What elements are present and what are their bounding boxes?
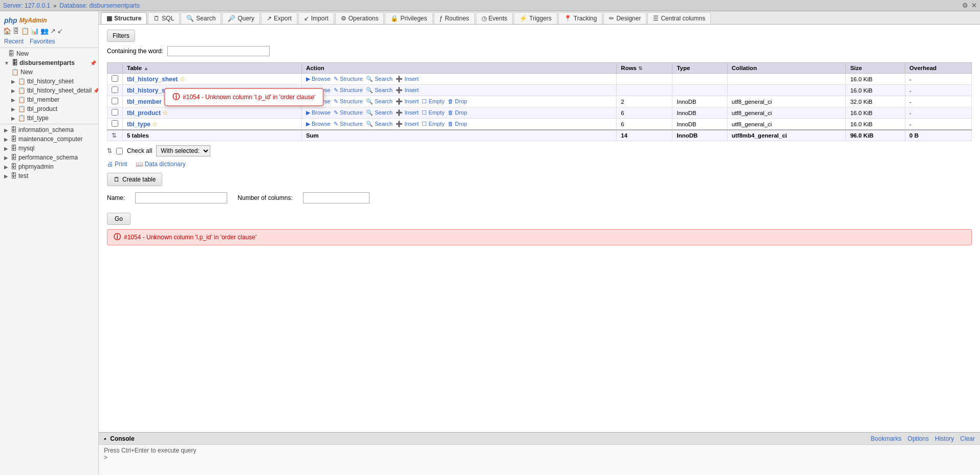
server-breadcrumb[interactable]: Server: 127.0.0.1 » Database: disburseme…: [3, 2, 140, 9]
status-icon[interactable]: 📊: [31, 27, 39, 35]
tab-query[interactable]: 🔎 Query: [222, 12, 260, 24]
collapse-icon[interactable]: ▼: [4, 60, 9, 66]
col-rows[interactable]: Rows ⇅: [617, 63, 672, 74]
sidebar-db-disbursementparts[interactable]: ▼ 🗄 disbursementparts 📌: [0, 58, 98, 67]
drop-link[interactable]: 🗑 Drop: [448, 98, 467, 104]
import-icon[interactable]: ↙: [57, 27, 63, 35]
print-link[interactable]: 🖨 Print: [107, 161, 127, 168]
bookmarks-link[interactable]: Bookmarks: [871, 435, 902, 442]
expand-icon[interactable]: ▶: [11, 106, 15, 112]
server-link[interactable]: Server: 127.0.0.1: [3, 2, 50, 9]
search-link[interactable]: 🔍 Search: [366, 98, 393, 105]
users-icon[interactable]: 👥: [40, 27, 49, 35]
database-link[interactable]: Database: disbursementparts: [59, 2, 140, 9]
sidebar-item-phpmyadmin[interactable]: ▶ 🗄 phpmyadmin: [0, 162, 98, 171]
expand-icon[interactable]: ▶: [4, 146, 8, 151]
tab-export[interactable]: ↗ Export: [261, 12, 297, 24]
empty-link[interactable]: ☐ Empty: [422, 98, 444, 105]
tab-tracking[interactable]: 📍 Tracking: [558, 12, 603, 24]
sidebar-item-tbl-history-sheet[interactable]: ▶ 📋 tbl_history_sheet: [0, 77, 98, 86]
search-link[interactable]: 🔍 Search: [366, 109, 393, 116]
expand-icon[interactable]: ▶: [4, 137, 8, 142]
updown-button2[interactable]: ⇅: [107, 147, 112, 154]
sql-icon[interactable]: 📋: [21, 27, 29, 35]
table-name-input[interactable]: [135, 192, 227, 203]
num-columns-input[interactable]: 4: [303, 192, 369, 203]
sidebar-item-new[interactable]: 📋 New: [0, 67, 98, 77]
tab-events[interactable]: ◷ Events: [476, 12, 513, 24]
check-all-checkbox[interactable]: [116, 148, 123, 154]
tab-privileges[interactable]: 🔒 Privileges: [385, 12, 432, 24]
data-dictionary-link[interactable]: 📖 Data dictionary: [136, 161, 186, 168]
row-checkbox[interactable]: [112, 75, 118, 82]
row-checkbox[interactable]: [112, 120, 118, 127]
tab-sql[interactable]: 🗒 SQL: [148, 12, 180, 24]
tab-operations[interactable]: ⚙ Operations: [335, 12, 384, 24]
expand-icon[interactable]: ▶: [4, 155, 8, 161]
sidebar-item-tbl-member[interactable]: ▶ 📋 tbl_member: [0, 95, 98, 104]
drop-link[interactable]: 🗑 Drop: [448, 121, 467, 127]
expand-icon[interactable]: ▶: [11, 79, 15, 84]
table-name-link[interactable]: tbl_history_sheet: [127, 76, 178, 83]
sidebar-item-performance-schema[interactable]: ▶ 🗄 performance_schema: [0, 153, 98, 162]
empty-link[interactable]: ☐ Empty: [422, 109, 444, 116]
search-link[interactable]: 🔍 Search: [366, 87, 393, 94]
options-link[interactable]: Options: [908, 435, 929, 442]
browse-link[interactable]: ▶ Browse: [306, 121, 331, 127]
row-checkbox[interactable]: [112, 98, 118, 104]
tab-central-columns[interactable]: ☰ Central columns: [647, 12, 711, 24]
table-name-link[interactable]: tbl_type: [127, 121, 150, 128]
expand-icon[interactable]: ▶: [11, 116, 15, 121]
favorite-star[interactable]: ☆: [152, 120, 158, 128]
tab-triggers[interactable]: ⚡ Triggers: [514, 12, 557, 24]
database-icon[interactable]: 🗄: [13, 27, 19, 35]
insert-link[interactable]: ➕ Insert: [396, 87, 419, 94]
empty-link[interactable]: ☐ Empty: [422, 121, 444, 127]
table-name-link[interactable]: tbl_product: [127, 109, 161, 117]
favorite-star[interactable]: ☆: [162, 109, 168, 117]
filter-input[interactable]: [167, 46, 270, 56]
favorite-star[interactable]: ☆: [180, 75, 186, 83]
tab-import[interactable]: ↙ Import: [298, 12, 334, 24]
updown-button[interactable]: ⇅: [112, 132, 117, 139]
home-icon[interactable]: 🏠: [3, 27, 11, 35]
tab-structure[interactable]: ▦ Structure: [101, 12, 147, 24]
col-table[interactable]: Table ▲: [123, 63, 302, 74]
expand-icon[interactable]: ▶: [4, 164, 8, 170]
go-button[interactable]: Go: [107, 213, 130, 225]
search-link[interactable]: 🔍 Search: [366, 121, 393, 127]
filters-button[interactable]: Filters: [107, 30, 135, 42]
sidebar-item-tbl-product[interactable]: ▶ 📋 tbl_product: [0, 104, 98, 114]
sidebar-item-information-schema[interactable]: ▶ 🗄 information_schema: [0, 125, 98, 134]
sidebar-item-tbl-type[interactable]: ▶ 📋 tbl_type: [0, 114, 98, 123]
create-table-button[interactable]: 🗒 Create table: [107, 173, 162, 186]
sidebar-item-mysql[interactable]: ▶ 🗄 mysql: [0, 144, 98, 153]
expand-icon[interactable]: ▶: [4, 173, 8, 179]
sidebar-item-test[interactable]: ▶ 🗄 test: [0, 171, 98, 180]
insert-link[interactable]: ➕ Insert: [396, 109, 419, 116]
tab-routines[interactable]: ƒ Routines: [434, 12, 475, 24]
close-icon[interactable]: ✕: [971, 2, 977, 9]
expand-icon[interactable]: ▶: [4, 127, 8, 133]
sidebar-new-db[interactable]: 🗄 New: [0, 49, 98, 58]
insert-link[interactable]: ➕ Insert: [396, 76, 419, 82]
search-link[interactable]: 🔍 Search: [366, 76, 393, 82]
pin-icon[interactable]: 📌: [90, 60, 96, 66]
expand-icon[interactable]: ▶: [11, 88, 15, 94]
structure-link[interactable]: ✎ Structure: [334, 87, 363, 94]
browse-link[interactable]: ▶ Browse: [306, 109, 331, 116]
browse-link[interactable]: ▶ Browse: [306, 76, 331, 82]
export-icon[interactable]: ↗: [50, 27, 56, 35]
structure-link[interactable]: ✎ Structure: [334, 121, 363, 127]
structure-link[interactable]: ✎ Structure: [334, 98, 363, 105]
insert-link[interactable]: ➕ Insert: [396, 121, 419, 127]
drop-link[interactable]: 🗑 Drop: [448, 109, 467, 116]
sidebar-item-tbl-history-sheet-detail[interactable]: ▶ 📋 tbl_history_sheet_detail 📌: [0, 86, 98, 95]
row-checkbox[interactable]: [112, 109, 118, 116]
history-link[interactable]: History: [935, 435, 954, 442]
structure-link[interactable]: ✎ Structure: [334, 76, 363, 82]
sidebar-item-maintenance-computer[interactable]: ▶ 🗄 maintenance_computer: [0, 134, 98, 144]
insert-link[interactable]: ➕ Insert: [396, 98, 419, 105]
recent-link[interactable]: Recent: [4, 38, 24, 45]
with-selected-dropdown[interactable]: With selected: Browse Structure Search A…: [156, 145, 210, 156]
